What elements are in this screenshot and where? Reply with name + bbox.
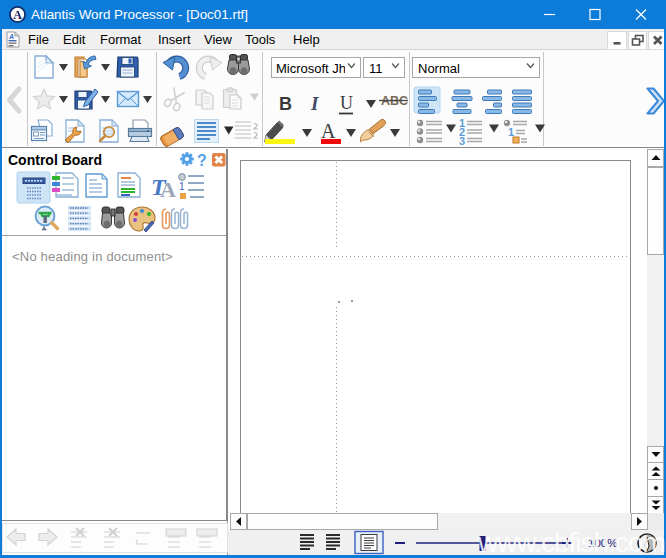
svg-text:A: A bbox=[13, 8, 22, 22]
svg-text:A: A bbox=[8, 33, 14, 40]
svg-text:3: 3 bbox=[459, 135, 465, 147]
svg-text:I: I bbox=[310, 93, 319, 114]
svg-text:1: 1 bbox=[179, 181, 185, 192]
svg-text:U: U bbox=[340, 93, 353, 113]
svg-text:A: A bbox=[321, 120, 336, 142]
svg-text:1: 1 bbox=[508, 126, 514, 138]
svg-text:?: ? bbox=[197, 152, 207, 169]
svg-text:B: B bbox=[279, 94, 292, 114]
svg-text:A: A bbox=[160, 177, 176, 202]
